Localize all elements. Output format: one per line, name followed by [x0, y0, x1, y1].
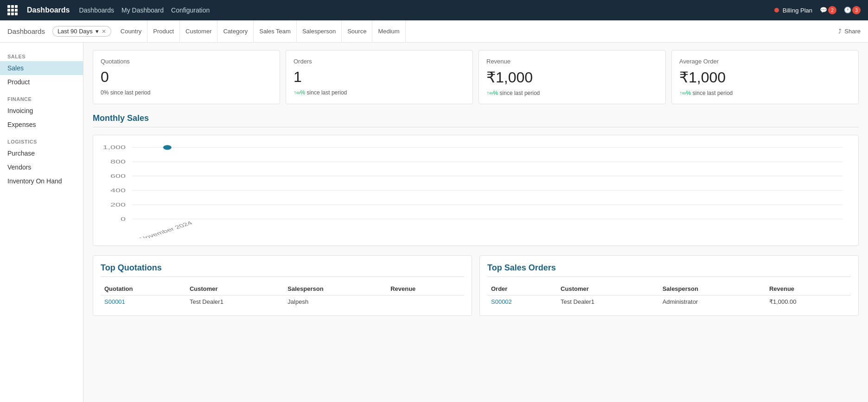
top-sales-orders-table: Order Customer Salesperson Revenue S0000… — [487, 283, 851, 308]
top-quotations-table: Quotation Customer Salesperson Revenue S… — [101, 283, 464, 308]
col-salesperson2: Salesperson — [659, 283, 766, 295]
chart-svg: 1,000 800 600 400 200 0 Nov — [101, 143, 851, 238]
kpi-revenue-trend: ↑∞% since last period — [486, 90, 658, 96]
col-revenue: Revenue — [387, 283, 464, 295]
kpi-average-order-trend: ↑∞% since last period — [679, 90, 851, 96]
table-row: S00001 Test Dealer1 Jalpesh — [101, 295, 464, 308]
col-salesperson: Salesperson — [284, 283, 387, 295]
top-sales-orders-title: Top Sales Orders — [487, 263, 851, 273]
filter-customer[interactable]: Customer — [180, 20, 217, 43]
arrow-up-icon: ↑∞% — [294, 89, 305, 96]
kpi-orders-label: Orders — [294, 58, 465, 65]
timer-icon[interactable]: 🕐3 — [844, 6, 861, 14]
date-filter-close[interactable]: ✕ — [102, 28, 106, 35]
top-quotations-divider — [101, 276, 464, 277]
top-nav-links: Dashboards My Dashboard Configuration — [79, 6, 210, 14]
filter-source[interactable]: Source — [342, 20, 372, 43]
sidebar-section-sales: SALES — [0, 50, 83, 61]
arrow-up-icon2: ↑∞% — [486, 90, 498, 96]
filter-sales-team[interactable]: Sales Team — [254, 20, 297, 43]
filter-bar: Dashboards Last 90 Days ▾ ✕ Country Prod… — [0, 20, 868, 43]
top-quotations-section: Top Quotations Quotation Customer Salesp… — [93, 255, 472, 316]
monthly-sales-divider — [93, 127, 859, 127]
sidebar-item-product[interactable]: Product — [0, 75, 83, 89]
top-sales-orders-divider — [487, 276, 851, 277]
main-content: Quotations 0 0% since last period Orders… — [83, 43, 868, 402]
top-sales-orders-section: Top Sales Orders Order Customer Salesper… — [479, 255, 859, 316]
sidebar-section-finance: FINANCE — [0, 93, 83, 104]
main-layout: SALES Sales Product FINANCE Invoicing Ex… — [0, 43, 868, 402]
tables-row: Top Quotations Quotation Customer Salesp… — [93, 255, 859, 316]
order-customer: Test Dealer1 — [557, 295, 659, 308]
filter-product[interactable]: Product — [147, 20, 180, 43]
kpi-revenue-label: Revenue — [486, 58, 658, 65]
filter-category[interactable]: Category — [217, 20, 254, 43]
kpi-revenue: Revenue ₹1,000 ↑∞% since last period — [479, 50, 666, 104]
col-revenue2: Revenue — [766, 283, 851, 295]
top-navigation: Dashboards Dashboards My Dashboard Confi… — [0, 0, 868, 20]
col-customer2: Customer — [557, 283, 659, 295]
sidebar-item-purchase[interactable]: Purchase — [0, 146, 83, 160]
quotation-revenue — [387, 295, 464, 308]
quotation-link[interactable]: S00001 — [101, 295, 186, 308]
nav-my-dashboard[interactable]: My Dashboard — [121, 6, 164, 14]
order-link[interactable]: S00002 — [487, 295, 557, 308]
share-button[interactable]: ⤴ Share — [838, 28, 861, 35]
top-quotations-title: Top Quotations — [101, 263, 464, 273]
apps-icon[interactable] — [7, 5, 18, 15]
page-label: Dashboards — [7, 27, 45, 35]
sidebar-item-vendors[interactable]: Vendors — [0, 160, 83, 174]
sidebar-section-logistics: LOGISTICS — [0, 135, 83, 146]
filter-country[interactable]: Country — [115, 20, 148, 43]
date-filter-label: Last 90 Days — [57, 28, 93, 35]
kpi-revenue-value: ₹1,000 — [486, 69, 658, 86]
sidebar: SALES Sales Product FINANCE Invoicing Ex… — [0, 43, 83, 402]
kpi-orders: Orders 1 ↑∞% since last period — [286, 50, 473, 104]
notifications-icon[interactable]: 💬2 — [820, 6, 836, 14]
kpi-average-order-value: ₹1,000 — [679, 69, 851, 86]
sidebar-item-inventory-on-hand[interactable]: Inventory On Hand — [0, 174, 83, 188]
sidebar-item-sales[interactable]: Sales — [0, 61, 83, 75]
billing-dot — [774, 8, 779, 13]
sidebar-item-expenses[interactable]: Expenses — [0, 118, 83, 132]
order-revenue: ₹1,000.00 — [766, 295, 851, 308]
col-customer: Customer — [186, 283, 284, 295]
svg-text:800: 800 — [110, 159, 126, 165]
chart-data-point — [163, 145, 172, 150]
app-title: Dashboards — [27, 6, 70, 14]
monthly-sales-title: Monthly Sales — [93, 113, 859, 123]
table-row: S00002 Test Dealer1 Administrator ₹1,000… — [487, 295, 851, 308]
svg-text:400: 400 — [110, 188, 126, 194]
nav-dashboards[interactable]: Dashboards — [79, 6, 114, 14]
quotation-customer: Test Dealer1 — [186, 295, 284, 308]
date-filter-pill[interactable]: Last 90 Days ▾ ✕ — [52, 26, 111, 37]
svg-text:November 2024: November 2024 — [138, 220, 194, 238]
svg-text:200: 200 — [110, 201, 126, 207]
kpi-row: Quotations 0 0% since last period Orders… — [93, 50, 859, 104]
col-order: Order — [487, 283, 557, 295]
col-quotation: Quotation — [101, 283, 186, 295]
kpi-average-order-label: Average Order — [679, 58, 851, 65]
svg-text:0: 0 — [121, 216, 126, 222]
kpi-quotations-label: Quotations — [101, 58, 272, 65]
order-salesperson: Administrator — [659, 295, 766, 308]
date-filter-chevron[interactable]: ▾ — [96, 28, 99, 35]
monthly-sales-section: Monthly Sales 1,000 800 600 400 200 0 — [93, 113, 859, 246]
kpi-orders-trend: ↑∞% since last period — [294, 89, 465, 96]
quotation-salesperson: Jalpesh — [284, 295, 387, 308]
filter-medium[interactable]: Medium — [372, 20, 405, 43]
arrow-up-icon3: ↑∞% — [679, 90, 691, 96]
billing-plan[interactable]: Billing Plan — [774, 7, 812, 14]
svg-text:600: 600 — [110, 173, 126, 179]
nav-configuration[interactable]: Configuration — [171, 6, 210, 14]
svg-text:1,000: 1,000 — [102, 144, 126, 151]
kpi-quotations-value: 0 — [101, 69, 272, 86]
filter-salesperson[interactable]: Salesperson — [297, 20, 342, 43]
monthly-sales-chart: 1,000 800 600 400 200 0 Nov — [93, 135, 859, 246]
kpi-quotations-trend: 0% since last period — [101, 89, 272, 96]
kpi-average-order: Average Order ₹1,000 ↑∞% since last peri… — [671, 50, 859, 104]
kpi-orders-value: 1 — [294, 69, 465, 86]
share-icon: ⤴ — [838, 28, 842, 35]
sidebar-item-invoicing[interactable]: Invoicing — [0, 104, 83, 118]
top-nav-right: Billing Plan 💬2 🕐3 — [774, 6, 861, 14]
